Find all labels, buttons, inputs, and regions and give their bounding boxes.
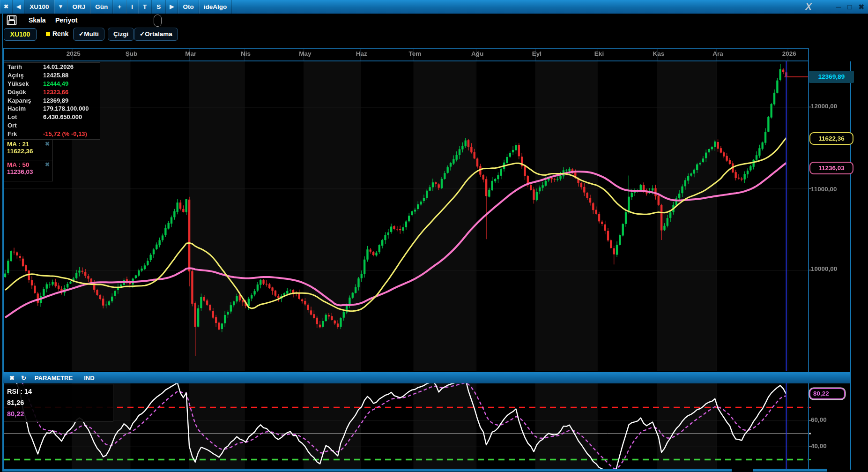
menu-idealgo[interactable]: ideAlgo <box>199 0 232 14</box>
down-arrow-icon[interactable]: ▼ <box>54 0 68 14</box>
save-icon <box>7 15 17 25</box>
month-label: Eyl <box>532 50 542 57</box>
chart-surface[interactable] <box>0 0 868 472</box>
toolbar: Skala Periyot <box>3 14 809 27</box>
rsi-value: 81,26 <box>7 397 113 408</box>
forward-arrow-icon[interactable]: ▶ <box>166 0 178 14</box>
info-row: Yüksek12444,49 <box>4 80 100 88</box>
tab-xu100[interactable]: XU100 <box>4 28 37 41</box>
multi-toggle[interactable]: ✓Multi <box>73 28 104 41</box>
menu-plus[interactable]: + <box>113 0 126 14</box>
cizgi-button[interactable]: Çizgi <box>108 28 134 41</box>
month-label: Ara <box>712 50 723 57</box>
info-row: Açılış12425,88 <box>4 71 100 80</box>
x-logo-icon: X <box>805 1 811 12</box>
price-tick-11000: 11000,00 <box>811 186 837 193</box>
month-label: Kas <box>653 50 664 57</box>
ma50-close-icon[interactable]: ✖ <box>45 161 50 168</box>
chart-top-separator <box>3 48 809 49</box>
month-label: May <box>299 50 311 57</box>
indicator-close-icon[interactable]: ✖ <box>9 375 15 382</box>
maximize-icon[interactable]: □ <box>847 0 852 14</box>
month-label: Eki <box>594 50 604 57</box>
menu-gun[interactable]: Gün <box>90 0 113 14</box>
rsi-name: RSI : 14 <box>7 386 113 397</box>
info-row: Ort <box>4 121 100 130</box>
indicator-refresh-icon[interactable]: ↻ <box>21 375 26 382</box>
skala-menu[interactable]: Skala <box>29 16 46 24</box>
price-tick-12000: 12000,00 <box>811 103 837 110</box>
back-arrow-icon[interactable]: ◀ <box>13 0 25 14</box>
axis-separator <box>808 48 809 469</box>
info-row: Hacim179.178.100.000 <box>4 105 100 113</box>
menu-orj[interactable]: ORJ <box>67 0 90 14</box>
ohlc-info-panel: Tarih14.01.2026Açılış12425,88Yüksek12444… <box>4 62 100 140</box>
ma21-axis-label: 11622,36 <box>809 132 853 145</box>
last-price-label: 12369,89 <box>809 71 854 83</box>
ind-menu[interactable]: IND <box>84 375 94 382</box>
info-row: Düşük12323,66 <box>4 88 100 97</box>
price-tick-10000: 10000,00 <box>811 265 837 272</box>
window-bottom-border[interactable] <box>2 469 827 472</box>
month-label: Haz <box>356 50 367 57</box>
window-close-icon[interactable]: ✖ <box>858 0 864 14</box>
ortalama-toggle[interactable]: ✓Ortalama <box>134 28 178 41</box>
month-row-separator <box>3 60 809 61</box>
month-label: Şub <box>126 50 138 57</box>
rsi-avg-value: 80,22 <box>7 408 113 420</box>
menu-i[interactable]: I <box>126 0 138 14</box>
rsi-tick-40: 40,00 <box>811 442 827 450</box>
rsi-axis-label: 80,22 <box>809 388 845 399</box>
tab-row: XU100 Renk ✓Multi Çizgi ✓Ortalama <box>3 27 809 48</box>
info-row: Kapanış12369,89 <box>4 97 100 105</box>
indicator-header: ✖ ↻ PARAMETRE IND <box>3 372 850 383</box>
save-button[interactable] <box>6 15 20 26</box>
ma50-legend: ✖ MA : 50 11236,03 <box>4 160 53 181</box>
month-label: 2026 <box>782 50 796 57</box>
ma50-axis-label: 11236,03 <box>809 162 853 174</box>
minimize-icon[interactable]: ─ <box>836 0 841 14</box>
month-label: Mar <box>185 50 196 57</box>
renk-button[interactable]: Renk <box>46 30 68 37</box>
scrollbar-notch[interactable] <box>732 469 753 472</box>
color-swatch-icon <box>46 32 50 36</box>
symbol-title[interactable]: XU100 <box>25 0 54 14</box>
rsi-info-panel: RSI : 14 81,26 80,22 <box>4 384 113 422</box>
month-label: Nis <box>241 50 251 57</box>
info-row: Tarih14.01.2026 <box>4 63 100 71</box>
ma21-legend: ✖ MA : 21 11622,36 <box>4 139 53 161</box>
ma50-value: 11236,03 <box>7 168 52 175</box>
menu-s[interactable]: S <box>152 0 166 14</box>
month-label: Ağu <box>471 50 483 57</box>
ma21-close-icon[interactable]: ✖ <box>45 141 50 147</box>
close-icon[interactable]: ✖ <box>0 0 13 14</box>
parametre-menu[interactable]: PARAMETRE <box>35 375 73 382</box>
rsi-tick-60: 60,00 <box>811 416 827 423</box>
month-label: 2025 <box>67 50 81 57</box>
info-row: Frk-15,72 (% -0,13) <box>4 130 100 138</box>
titlebar: ✖◀XU100▼ORJGün+ITS▶OtoideAlgo <box>0 0 868 14</box>
menu-t[interactable]: T <box>138 0 152 14</box>
toolbar-pill-input[interactable] <box>154 15 162 27</box>
periyot-menu[interactable]: Periyot <box>55 16 77 24</box>
titlebar-right: X ─ □ ✖ <box>805 0 864 14</box>
month-label: Tem <box>409 50 422 57</box>
window-right-border <box>850 61 851 470</box>
chart-window: ✖◀XU100▼ORJGün+ITS▶OtoideAlgo X ─ □ ✖ Sk… <box>0 0 868 472</box>
ma21-value: 11622,36 <box>7 148 52 155</box>
menu-oto[interactable]: Oto <box>178 0 199 14</box>
info-row: Lot6.430.650.000 <box>4 113 100 121</box>
